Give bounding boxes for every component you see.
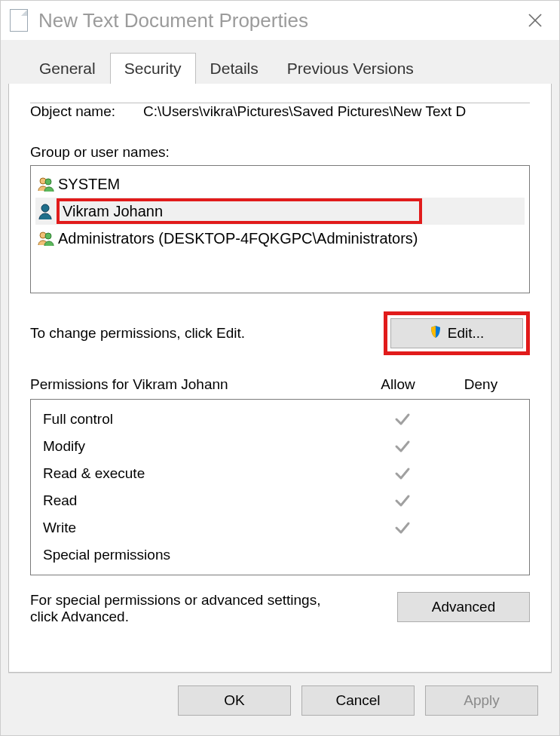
permission-row: Read & execute xyxy=(43,460,525,487)
window-title: New Text Document Properties xyxy=(38,9,520,32)
list-item[interactable]: SYSTEM xyxy=(35,170,525,198)
edit-button[interactable]: Edit... xyxy=(390,318,523,348)
shield-icon xyxy=(430,325,442,342)
tab-body: Object name: C:\Users\vikra\Pictures\Sav… xyxy=(8,84,552,673)
group-user-list[interactable]: SYSTEM Vikram Johann xyxy=(30,165,530,293)
object-name-value: C:\Users\vikra\Pictures\Saved Pictures\N… xyxy=(143,103,530,120)
change-permissions-row: To change permissions, click Edit. Edit.… xyxy=(30,311,530,355)
permission-allow xyxy=(362,492,443,510)
allow-header: Allow xyxy=(357,376,439,393)
svg-point-6 xyxy=(45,233,51,239)
edit-highlight: Edit... xyxy=(384,311,530,355)
apply-button[interactable]: Apply xyxy=(425,685,538,716)
svg-point-3 xyxy=(45,179,51,185)
user-icon xyxy=(37,203,58,219)
permissions-for-label: Permissions for Vikram Johann xyxy=(30,376,357,393)
check-icon xyxy=(394,438,411,455)
permission-name: Full control xyxy=(43,411,362,428)
list-item[interactable]: Vikram Johann xyxy=(35,198,525,225)
permission-name: Special permissions xyxy=(43,547,362,563)
svg-point-4 xyxy=(41,204,49,212)
list-item-label: SYSTEM xyxy=(58,176,120,193)
object-name-row: Object name: C:\Users\vikra\Pictures\Sav… xyxy=(30,103,530,120)
permission-allow xyxy=(362,438,443,455)
group-user-label: Group or user names: xyxy=(30,144,530,161)
advanced-button[interactable]: Advanced xyxy=(397,592,530,622)
tab-strip: General Security Details Previous Versio… xyxy=(8,40,552,84)
tab-general[interactable]: General xyxy=(25,53,110,84)
deny-header: Deny xyxy=(439,376,522,393)
group-icon xyxy=(37,176,58,192)
check-icon xyxy=(394,520,411,536)
cancel-button[interactable]: Cancel xyxy=(301,685,415,716)
permission-allow xyxy=(362,411,443,428)
object-name-label: Object name: xyxy=(30,103,143,120)
tab-details[interactable]: Details xyxy=(196,53,273,84)
permission-name: Write xyxy=(43,520,362,536)
permission-row: Special permissions xyxy=(43,541,525,569)
permission-row: Full control xyxy=(43,406,525,433)
check-icon xyxy=(394,492,411,509)
permission-name: Read xyxy=(43,492,362,509)
tab-previous-versions[interactable]: Previous Versions xyxy=(273,53,428,84)
close-icon xyxy=(528,13,543,28)
permission-row: Read xyxy=(43,487,525,514)
check-icon xyxy=(394,465,411,482)
dialog-footer: OK Cancel Apply xyxy=(8,673,552,728)
permissions-header: Permissions for Vikram Johann Allow Deny xyxy=(30,376,530,393)
change-permissions-text: To change permissions, click Edit. xyxy=(30,325,245,342)
permission-row: Modify xyxy=(43,433,525,460)
list-item[interactable]: Administrators (DESKTOP-4FQKGPC\Administ… xyxy=(35,225,525,252)
permission-row: Write xyxy=(43,514,525,541)
list-item-label: Vikram Johann xyxy=(63,203,163,220)
edit-button-label: Edit... xyxy=(448,325,485,342)
group-icon xyxy=(37,230,58,247)
close-button[interactable] xyxy=(520,13,550,28)
tab-security[interactable]: Security xyxy=(110,53,196,84)
advanced-text: For special permissions or advanced sett… xyxy=(30,592,347,625)
permissions-table: Full controlModifyRead & executeReadWrit… xyxy=(30,399,530,575)
selected-user-highlight: Vikram Johann xyxy=(57,198,422,224)
dialog-client: General Security Details Previous Versio… xyxy=(1,40,559,735)
ok-button[interactable]: OK xyxy=(178,685,291,716)
list-item-label: Administrators (DESKTOP-4FQKGPC\Administ… xyxy=(58,230,418,247)
permission-name: Read & execute xyxy=(43,465,362,482)
advanced-row: For special permissions or advanced sett… xyxy=(30,592,530,625)
permission-allow xyxy=(362,520,443,537)
document-icon xyxy=(10,9,28,32)
check-icon xyxy=(394,411,411,428)
titlebar: New Text Document Properties xyxy=(1,1,559,40)
permission-name: Modify xyxy=(43,438,362,455)
permission-allow xyxy=(362,465,443,483)
